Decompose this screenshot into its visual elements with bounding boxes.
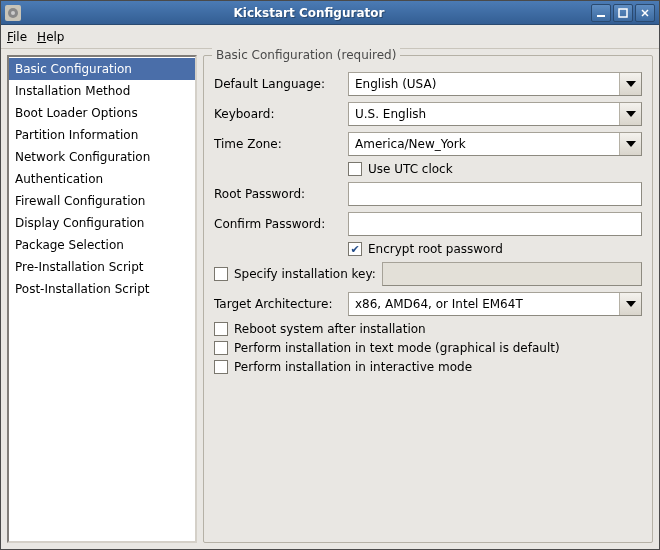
minimize-button[interactable] [591, 4, 611, 22]
menu-file[interactable]: File [7, 30, 27, 44]
menu-help[interactable]: Help [37, 30, 64, 44]
sidebar-item-network-configuration[interactable]: Network Configuration [9, 146, 195, 168]
sidebar-item-installation-method[interactable]: Installation Method [9, 80, 195, 102]
keyboard-combo[interactable]: U.S. English [348, 102, 642, 126]
encrypt-root-checkbox[interactable]: ✔ [348, 242, 362, 256]
specify-key-label: Specify installation key: [234, 267, 376, 281]
sidebar-item-pre-installation-script[interactable]: Pre-Installation Script [9, 256, 195, 278]
maximize-button[interactable] [613, 4, 633, 22]
timezone-label: Time Zone: [214, 137, 342, 151]
main-panel: Basic Configuration (required) Default L… [203, 55, 653, 543]
use-utc-label: Use UTC clock [368, 162, 453, 176]
default-language-combo[interactable]: English (USA) [348, 72, 642, 96]
sidebar: Basic Configuration Installation Method … [7, 55, 197, 543]
sidebar-item-firewall-configuration[interactable]: Firewall Configuration [9, 190, 195, 212]
chevron-down-icon [619, 103, 641, 125]
interactive-checkbox[interactable] [214, 360, 228, 374]
target-arch-combo[interactable]: x86, AMD64, or Intel EM64T [348, 292, 642, 316]
reboot-checkbox[interactable] [214, 322, 228, 336]
app-icon [5, 5, 21, 21]
close-button[interactable] [635, 4, 655, 22]
keyboard-label: Keyboard: [214, 107, 342, 121]
target-arch-value: x86, AMD64, or Intel EM64T [355, 297, 523, 311]
body: Basic Configuration Installation Method … [1, 49, 659, 549]
sidebar-item-partition-information[interactable]: Partition Information [9, 124, 195, 146]
default-language-label: Default Language: [214, 77, 342, 91]
chevron-down-icon [619, 133, 641, 155]
window-buttons [591, 4, 655, 22]
titlebar: Kickstart Configurator [1, 1, 659, 25]
timezone-combo[interactable]: America/New_York [348, 132, 642, 156]
root-password-input[interactable] [355, 186, 635, 202]
window-title: Kickstart Configurator [27, 6, 591, 20]
keyboard-value: U.S. English [355, 107, 426, 121]
sidebar-item-display-configuration[interactable]: Display Configuration [9, 212, 195, 234]
confirm-password-label: Confirm Password: [214, 217, 342, 231]
specify-key-input [389, 266, 635, 282]
root-password-label: Root Password: [214, 187, 342, 201]
specify-key-checkbox[interactable] [214, 267, 228, 281]
interactive-label: Perform installation in interactive mode [234, 360, 472, 374]
use-utc-checkbox[interactable] [348, 162, 362, 176]
confirm-password-field[interactable] [348, 212, 642, 236]
encrypt-root-label: Encrypt root password [368, 242, 503, 256]
confirm-password-input[interactable] [355, 216, 635, 232]
groupbox-legend: Basic Configuration (required) [212, 48, 400, 62]
sidebar-item-post-installation-script[interactable]: Post-Installation Script [9, 278, 195, 300]
app-window: Kickstart Configurator File Help Basic C… [0, 0, 660, 550]
basic-config-groupbox: Basic Configuration (required) Default L… [203, 55, 653, 543]
text-mode-label: Perform installation in text mode (graph… [234, 341, 560, 355]
chevron-down-icon [619, 293, 641, 315]
svg-rect-2 [597, 15, 605, 17]
root-password-field[interactable] [348, 182, 642, 206]
reboot-label: Reboot system after installation [234, 322, 426, 336]
chevron-down-icon [619, 73, 641, 95]
menubar: File Help [1, 25, 659, 49]
sidebar-item-basic-configuration[interactable]: Basic Configuration [9, 58, 195, 80]
default-language-value: English (USA) [355, 77, 436, 91]
svg-point-1 [11, 11, 15, 15]
specify-key-field [382, 262, 642, 286]
target-arch-label: Target Architecture: [214, 297, 342, 311]
svg-rect-3 [619, 9, 627, 17]
text-mode-checkbox[interactable] [214, 341, 228, 355]
sidebar-item-boot-loader-options[interactable]: Boot Loader Options [9, 102, 195, 124]
sidebar-item-package-selection[interactable]: Package Selection [9, 234, 195, 256]
timezone-value: America/New_York [355, 137, 466, 151]
sidebar-item-authentication[interactable]: Authentication [9, 168, 195, 190]
